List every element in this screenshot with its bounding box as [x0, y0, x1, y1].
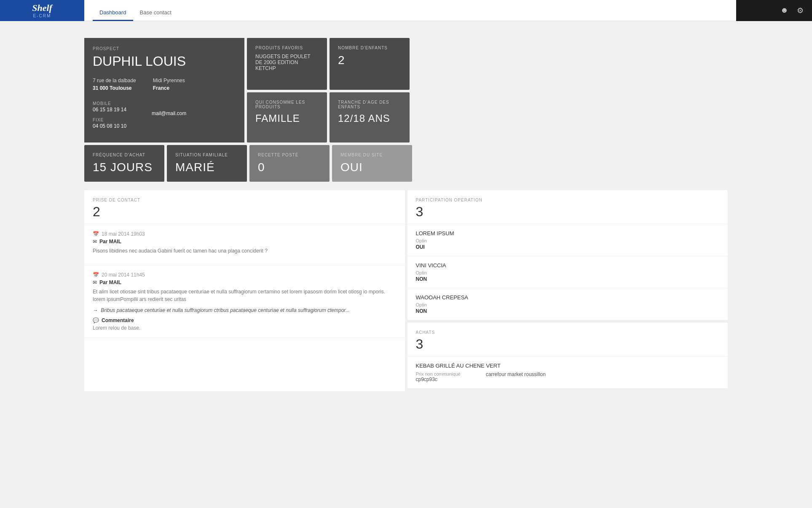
qui-consomme-value: FAMILLE: [255, 113, 319, 124]
header-icons: ☻ ⚙: [736, 0, 812, 21]
entry-2-date: 📅 20 mai 2014 11h45: [93, 272, 397, 278]
entry-2-more: → Bribus pacataeque centuriae et nulla s…: [93, 306, 397, 314]
produits-favoris-value: NUGGETS DE POULET DE 200G EDITION KETCHP: [255, 54, 319, 71]
prise-de-contact-value: 2: [93, 204, 397, 220]
logo-text: Shelf: [32, 3, 52, 13]
card-qui-consomme: QUI CONSOMME LES PRODUITS FAMILLE: [247, 92, 327, 143]
situation-value: MARIÉ: [175, 161, 239, 174]
comment-text: Lorem relou de base.: [93, 325, 397, 331]
recette-label: RECETTE POSTÉ: [258, 153, 321, 157]
fixe-value: 04 05 08 10 10: [93, 123, 126, 129]
prospect-name: DUPHIL LOUIS: [93, 54, 236, 69]
prospect-label: PROSPECT: [93, 46, 236, 51]
prise-de-contact-label: PRISE DE CONTACT: [93, 198, 397, 202]
participation-optin-label-2: Optin: [416, 302, 720, 307]
prospect-country: France: [153, 85, 185, 91]
tab-base-contact[interactable]: Base contact: [133, 3, 178, 21]
bottom-grid: PRISE DE CONTACT 2 📅 18 mai 2014 19h03 ✉…: [84, 190, 728, 391]
comment-icon: 💬: [93, 317, 99, 323]
situation-label: SITUATION FAMILIALE: [175, 153, 239, 157]
membre-value: OUI: [340, 161, 404, 174]
participation-title-0: LOREM IPSUM: [416, 230, 720, 237]
tranche-age-value: 12/18 ANS: [338, 113, 401, 124]
purchase-entry-0: KEBAB GRILLÉ AU CHENE VERT Prix non comm…: [407, 357, 728, 389]
email-value: mail@mail.com: [152, 110, 186, 116]
tab-dashboard[interactable]: Dashboard: [93, 3, 133, 21]
participation-header: PARTICIPATION OPÉRATION 3: [407, 190, 728, 224]
card-recette: RECETTE POSTÉ 0: [249, 145, 330, 182]
user-icon[interactable]: ☻: [780, 6, 788, 15]
card-produits-favoris: PRODUITS FAVORIS NUGGETS DE POULET DE 20…: [247, 38, 327, 90]
comment-label: 💬 Commentaire: [93, 317, 397, 323]
purchase-store: carrefour market roussillon: [486, 371, 546, 382]
logo-area: Shelf E-CRM: [0, 0, 84, 21]
achats-section: ACHATS 3 KEBAB GRILLÉ AU CHENE VERT Prix…: [407, 323, 728, 389]
recette-value: 0: [258, 161, 321, 174]
main-content: PROSPECT DUPHIL LOUIS 7 rue de la dalbad…: [0, 21, 812, 408]
card-frequence: FRÉQUENCE D'ACHAT 15 JOURS: [84, 145, 164, 182]
participation-entry-0: LOREM IPSUM Optin OUI: [407, 224, 728, 256]
mail-icon-2: ✉: [93, 280, 97, 285]
achats-header: ACHATS 3: [407, 323, 728, 357]
arrow-icon: →: [93, 307, 98, 313]
fixe-label: FIXE: [93, 118, 126, 122]
header: Shelf E-CRM Dashboard Base contact ☻ ⚙: [0, 0, 812, 21]
participation-optin-value-2: NON: [416, 308, 720, 314]
entry-2-text: Et alim licet otiosae sint tribus pacata…: [93, 288, 397, 303]
nombre-enfants-value: 2: [338, 54, 401, 67]
participation-title-2: WAOOAH CREPESA: [416, 294, 720, 301]
store-value: carrefour market roussillon: [486, 371, 546, 377]
frequence-label: FRÉQUENCE D'ACHAT: [93, 153, 156, 157]
calendar-icon-1: 📅: [93, 231, 99, 237]
mobile-label: MOBILE: [93, 101, 126, 106]
tranche-age-label: TRANCHE D'AGE DES ENFANTS: [338, 100, 401, 109]
contact-entry-2: 📅 20 mai 2014 11h45 ✉ Par MAIL Et alim l…: [84, 265, 405, 338]
right-panel: PARTICIPATION OPÉRATION 3 LOREM IPSUM Op…: [407, 190, 728, 391]
nav-tabs: Dashboard Base contact: [84, 0, 736, 21]
gear-icon[interactable]: ⚙: [797, 6, 804, 15]
price-label: Prix non communiqué: [416, 371, 461, 376]
card-situation: SITUATION FAMILIALE MARIÉ: [167, 145, 247, 182]
prospect-city: 31 000 Toulouse: [93, 85, 136, 91]
purchase-title-0: KEBAB GRILLÉ AU CHENE VERT: [416, 363, 720, 369]
prise-de-contact-panel: PRISE DE CONTACT 2 📅 18 mai 2014 19h03 ✉…: [84, 190, 405, 391]
prospect-street: 7 rue de la dalbade: [93, 78, 136, 83]
comment-section: 💬 Commentaire Lorem relou de base.: [93, 317, 397, 331]
participation-optin-label-1: Optin: [416, 270, 720, 275]
entry-1-text: Pisons libidines nec audacia Gabini fuer…: [93, 247, 397, 255]
participation-optin-value-0: OUI: [416, 244, 720, 250]
prospect-region: Midi Pyrennes: [153, 78, 185, 83]
participation-entry-1: VINI VICCIA Optin NON: [407, 256, 728, 288]
achats-label: ACHATS: [416, 330, 720, 335]
purchase-details-0: Prix non communiqué cp9cp93c carrefour m…: [416, 371, 720, 382]
participation-entry-2: WAOOAH CREPESA Optin NON: [407, 288, 728, 320]
price-code: cp9cp93c: [416, 376, 461, 382]
achats-value: 3: [416, 336, 720, 352]
card-nombre-enfants: NOMBRE D'ENFANTS 2: [330, 38, 410, 90]
entry-1-date: 📅 18 mai 2014 19h03: [93, 231, 397, 237]
contact-entry-1: 📅 18 mai 2014 19h03 ✉ Par MAIL Pisons li…: [84, 224, 405, 265]
qui-consomme-label: QUI CONSOMME LES PRODUITS: [255, 100, 319, 109]
produits-favoris-label: PRODUITS FAVORIS: [255, 46, 319, 50]
prise-de-contact-header: PRISE DE CONTACT 2: [84, 190, 405, 224]
calendar-icon-2: 📅: [93, 272, 99, 278]
prospect-card: PROSPECT DUPHIL LOUIS 7 rue de la dalbad…: [84, 38, 244, 142]
nombre-enfants-label: NOMBRE D'ENFANTS: [338, 46, 401, 50]
mobile-value: 06 15 18 19 14: [93, 107, 126, 113]
entry-2-by: ✉ Par MAIL: [93, 280, 397, 285]
mail-icon-1: ✉: [93, 239, 97, 245]
logo-sub: E-CRM: [32, 13, 52, 18]
card-tranche-age: TRANCHE D'AGE DES ENFANTS 12/18 ANS: [330, 92, 410, 143]
membre-label: MEMBRE DU SITE: [340, 153, 404, 157]
participation-optin-value-1: NON: [416, 276, 720, 282]
participation-label: PARTICIPATION OPÉRATION: [416, 198, 720, 202]
purchase-price: Prix non communiqué cp9cp93c: [416, 371, 461, 382]
participation-title-1: VINI VICCIA: [416, 262, 720, 269]
card-membre: MEMBRE DU SITE OUI: [332, 145, 412, 182]
participation-section: PARTICIPATION OPÉRATION 3 LOREM IPSUM Op…: [407, 190, 728, 320]
entry-1-by: ✉ Par MAIL: [93, 239, 397, 245]
participation-optin-label-0: Optin: [416, 238, 720, 243]
participation-value: 3: [416, 204, 720, 220]
frequence-value: 15 JOURS: [93, 161, 156, 174]
